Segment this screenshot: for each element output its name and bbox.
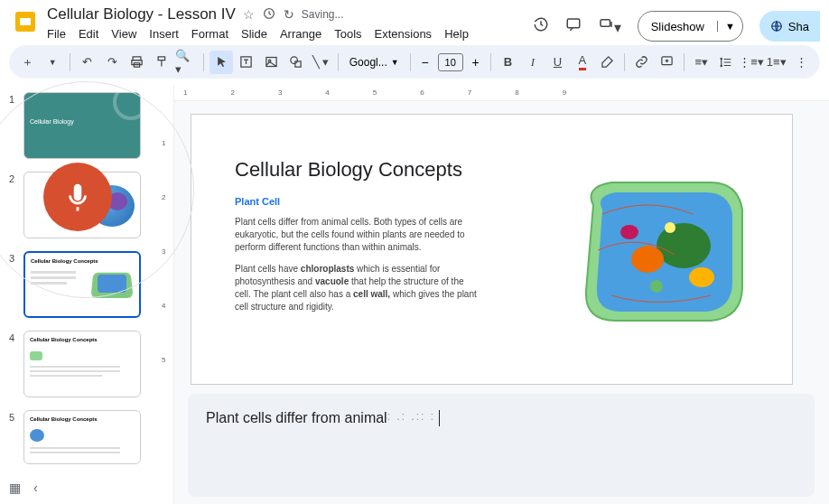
filmstrip[interactable]: 1 Cellular Biology 2 3 Cellular Biology … xyxy=(0,85,158,504)
svg-point-21 xyxy=(650,280,663,293)
menu-format[interactable]: Format xyxy=(191,27,228,41)
speaker-notes[interactable]: Plant cells differ from animal : .: .:: … xyxy=(188,394,815,497)
svg-point-19 xyxy=(620,225,638,239)
link-button[interactable] xyxy=(630,51,653,74)
bold-button[interactable]: B xyxy=(497,51,519,74)
menu-arrange[interactable]: Arrange xyxy=(280,27,321,41)
slide-thumb-1[interactable]: Cellular Biology xyxy=(23,92,141,159)
text-cursor xyxy=(439,410,440,426)
refresh-icon[interactable]: ↻ xyxy=(284,7,294,22)
share-label: Sha xyxy=(788,20,809,33)
slide-paragraph-1[interactable]: Plant cells differ from animal cells. Bo… xyxy=(235,216,479,254)
svg-rect-9 xyxy=(158,57,165,61)
thumb-title: Cellular Biology xyxy=(30,118,135,125)
add-comment-button[interactable] xyxy=(656,51,678,74)
svg-point-17 xyxy=(631,246,664,273)
svg-rect-1 xyxy=(20,18,31,25)
font-size-control: − 10 + xyxy=(416,53,485,71)
shape-tool[interactable] xyxy=(284,51,307,74)
thumb-number: 5 xyxy=(9,410,18,423)
bullet-list-button[interactable]: ⋮≡▾ xyxy=(740,51,763,74)
svg-point-20 xyxy=(665,222,675,233)
thumb-title: Cellular Biology Concepts xyxy=(30,416,135,422)
vertical-ruler: 1 2 3 4 5 xyxy=(158,85,174,504)
svg-rect-4 xyxy=(601,20,610,27)
star-icon[interactable]: ☆ xyxy=(243,7,255,22)
thumb-number: 3 xyxy=(9,251,18,264)
slide-thumb-5[interactable]: Cellular Biology Concepts xyxy=(23,410,141,464)
svg-point-18 xyxy=(689,267,714,287)
zoom-button[interactable]: 🔍 ▾ xyxy=(175,51,198,74)
redo-button[interactable]: ↷ xyxy=(100,51,123,74)
menu-file[interactable]: File xyxy=(47,27,66,41)
slide-thumb-4[interactable]: Cellular Biology Concepts xyxy=(23,331,141,397)
menu-insert[interactable]: Insert xyxy=(149,27,179,41)
thumb-title: Cellular Biology Concepts xyxy=(30,337,135,342)
svg-point-13 xyxy=(291,57,298,64)
menu-tools[interactable]: Tools xyxy=(334,27,361,41)
line-tool[interactable]: ╲ ▾ xyxy=(309,51,331,74)
highlight-button[interactable] xyxy=(596,51,619,74)
collapse-icon[interactable]: ‹ xyxy=(33,481,38,495)
font-size-value[interactable]: 10 xyxy=(438,53,463,71)
menubar: File Edit View Insert Format Slide Arran… xyxy=(47,23,533,41)
history-icon[interactable] xyxy=(533,16,549,36)
italic-button[interactable]: I xyxy=(521,51,544,74)
thumb-title: Cellular Biology Concepts xyxy=(31,258,134,264)
bottom-controls: ▦ ‹ xyxy=(9,481,38,495)
horizontal-ruler: 123456789 xyxy=(174,85,829,101)
thumb-number: 1 xyxy=(9,92,18,105)
speaker-text: Plant cells differ from animal xyxy=(206,410,387,426)
select-tool[interactable] xyxy=(210,51,232,74)
new-slide-button[interactable]: ＋ xyxy=(16,51,39,74)
textbox-tool[interactable] xyxy=(235,51,257,74)
align-button[interactable]: ≡▾ xyxy=(690,51,713,74)
document-title[interactable]: Cellular Biology - Lesson IV xyxy=(47,5,236,23)
slideshow-label: Slideshow xyxy=(638,20,717,33)
image-tool[interactable] xyxy=(259,51,282,74)
menu-extensions[interactable]: Extensions xyxy=(375,27,433,41)
grid-view-icon[interactable]: ▦ xyxy=(9,481,21,495)
paint-format-button[interactable] xyxy=(150,51,172,74)
saving-status: Saving... xyxy=(302,8,344,21)
underline-button[interactable]: U xyxy=(546,51,569,74)
menu-view[interactable]: View xyxy=(111,27,136,41)
number-list-button[interactable]: 1≡▾ xyxy=(765,51,787,74)
app-header: Cellular Biology - Lesson IV ☆ ↻ Saving.… xyxy=(0,0,829,43)
share-button[interactable]: Sha xyxy=(759,11,820,42)
title-area: Cellular Biology - Lesson IV ☆ ↻ Saving.… xyxy=(42,5,533,41)
slide-paragraph-2[interactable]: Plant cells have chloroplasts which is e… xyxy=(235,263,479,313)
move-icon[interactable] xyxy=(262,6,276,23)
slides-logo xyxy=(9,5,42,38)
speaker-pending: : .: .:: : xyxy=(387,410,435,423)
text-color-button[interactable]: A xyxy=(571,51,593,74)
thumb-number: 4 xyxy=(9,331,18,343)
svg-rect-14 xyxy=(295,61,301,67)
slideshow-button[interactable]: Slideshow ▼ xyxy=(638,11,743,42)
plant-cell-image[interactable] xyxy=(566,169,756,331)
header-right: ▾ Slideshow ▼ Sha xyxy=(533,5,820,42)
line-spacing-button[interactable] xyxy=(715,51,738,74)
font-size-increase[interactable]: + xyxy=(467,53,485,71)
print-button[interactable] xyxy=(126,51,148,74)
voice-input-mic[interactable] xyxy=(43,163,112,231)
thumb-number: 2 xyxy=(9,172,18,184)
comment-icon[interactable] xyxy=(565,16,582,36)
toolbar: ＋ ▼ ↶ ↷ 🔍 ▾ ╲ ▾ Googl... ▼ − 10 + B I U … xyxy=(9,45,820,79)
svg-rect-3 xyxy=(567,19,580,28)
new-slide-dropdown[interactable]: ▼ xyxy=(41,51,63,74)
font-picker[interactable]: Googl... ▼ xyxy=(344,56,405,69)
svg-point-16 xyxy=(657,223,711,268)
menu-slide[interactable]: Slide xyxy=(241,27,267,41)
more-button[interactable]: ⋮ xyxy=(790,51,813,74)
present-icon[interactable]: ▾ xyxy=(598,16,621,36)
font-size-decrease[interactable]: − xyxy=(416,53,434,71)
undo-button[interactable]: ↶ xyxy=(76,51,98,74)
slideshow-dropdown[interactable]: ▼ xyxy=(717,21,742,32)
menu-edit[interactable]: Edit xyxy=(79,27,98,41)
slide-canvas[interactable]: Cellular Biology Concepts Plant Cell Pla… xyxy=(191,114,793,385)
slide-thumb-3[interactable]: Cellular Biology Concepts xyxy=(23,251,141,318)
menu-help[interactable]: Help xyxy=(444,27,469,41)
